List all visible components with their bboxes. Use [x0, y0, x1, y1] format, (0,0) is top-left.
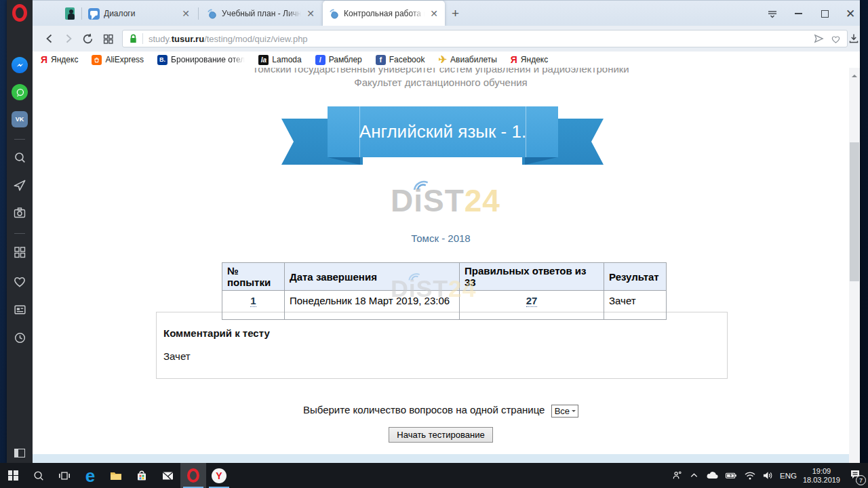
scroll-up-arrow[interactable]	[852, 72, 857, 77]
reload-icon	[81, 33, 94, 45]
send-to-device-button[interactable]	[7, 178, 33, 192]
news-sidebar-button[interactable]	[7, 302, 33, 317]
scrollbar-thumb[interactable]	[850, 142, 859, 281]
onedrive-cloud-icon[interactable]	[705, 470, 719, 481]
search-icon	[13, 150, 27, 165]
url-field[interactable]: study.tusur.ru/testing/mod/quiz/view.php	[122, 30, 848, 47]
task-view-button[interactable]	[52, 463, 77, 488]
bookmarks-sidebar-button[interactable]	[7, 274, 33, 289]
bookmark-booking[interactable]: B.Бронирование отел	[157, 55, 245, 65]
col-finished: Дата завершения	[285, 263, 460, 291]
search-icon	[33, 470, 45, 482]
bookmark-lamoda[interactable]: laLamoda	[258, 55, 301, 65]
opera-sidebar: VK	[7, 0, 33, 463]
page-footer-strip	[33, 454, 849, 463]
opera-logo-icon	[12, 4, 27, 22]
bookmark-yandex-2[interactable]: ЯЯндекс	[511, 55, 548, 65]
windows-taskbar: e Y ENG 19:09 18.03.2019 7	[0, 463, 868, 488]
tab-close-icon[interactable]: ✕	[180, 9, 191, 18]
taskbar-search-button[interactable]	[26, 463, 52, 488]
sidebar-setup-button[interactable]	[7, 449, 33, 458]
send-icon	[12, 178, 27, 192]
downloads-button[interactable]	[846, 31, 861, 46]
booking-icon: B.	[157, 55, 167, 65]
tab-quiz-active[interactable]: Контрольная работа по д ✕	[323, 1, 445, 26]
folder-icon	[109, 470, 123, 482]
language-indicator[interactable]: ENG	[780, 472, 797, 480]
pinned-tab[interactable]	[60, 1, 80, 26]
bookmark-facebook[interactable]: fFacebook	[376, 55, 425, 65]
bookmark-aliexpress[interactable]: AliExpress	[92, 55, 144, 65]
maximize-button[interactable]	[816, 1, 833, 26]
dist-site-icon	[206, 8, 218, 20]
edge-icon: e	[85, 467, 95, 485]
start-test-button[interactable]: Начать тестирование	[389, 427, 492, 443]
bookmark-heart-icon[interactable]	[830, 33, 842, 45]
opera-taskbar-button[interactable]	[180, 463, 206, 488]
course-ribbon: Английский язык - 1.	[281, 106, 604, 165]
speed-dial-sidebar-button[interactable]	[7, 245, 33, 259]
yandex-browser-taskbar-button[interactable]: Y	[206, 463, 232, 488]
bookmark-label: Lamoda	[272, 55, 301, 64]
reload-button[interactable]	[80, 31, 95, 46]
lamoda-icon: la	[258, 55, 269, 65]
taskbar-clock[interactable]: 19:09 18.03.2019	[803, 467, 840, 485]
tab-study-plan[interactable]: Учебный план - Личный ✕	[201, 1, 321, 26]
search-sidebar-button[interactable]	[7, 150, 33, 165]
ms-store-button[interactable]	[129, 463, 155, 488]
tab-dialogs[interactable]: Диалоги ✕	[83, 1, 197, 26]
tab-close-icon[interactable]: ✕	[429, 9, 439, 18]
start-button[interactable]	[0, 463, 26, 488]
minimize-button[interactable]	[789, 1, 807, 26]
forward-icon	[62, 33, 75, 45]
share-flow-icon[interactable]	[813, 33, 825, 45]
battery-icon[interactable]	[725, 470, 738, 481]
bookmark-label: Авиабилеты	[450, 55, 497, 64]
yandex-browser-icon: Y	[212, 468, 226, 483]
bookmark-rambler[interactable]: /Рамблер	[315, 55, 362, 65]
system-tray: ENG 19:09 18.03.2019 7	[671, 463, 868, 488]
volume-icon[interactable]	[762, 470, 774, 481]
whatsapp-sidebar-button[interactable]	[7, 84, 33, 100]
messenger-sidebar-button[interactable]	[7, 57, 33, 73]
speed-dial-button[interactable]	[100, 31, 115, 46]
url-divider	[142, 33, 143, 44]
speed-dial-icon	[13, 245, 26, 259]
mail-taskbar-button[interactable]	[155, 463, 180, 488]
sidebar-divider	[14, 139, 25, 140]
aliexpress-icon	[92, 55, 102, 65]
bookmark-avia[interactable]: ✈Авиабилеты	[438, 55, 496, 65]
vk-sidebar-button[interactable]: VK	[7, 111, 33, 127]
edge-taskbar-button[interactable]: e	[77, 463, 103, 488]
questions-per-page-select[interactable]: Все	[551, 405, 578, 418]
bookmarks-bar: ЯЯндекс AliExpress B.Бронирование отел l…	[33, 52, 860, 68]
attempt-number-link[interactable]: 1	[250, 295, 256, 307]
snapshot-sidebar-button[interactable]	[7, 206, 33, 220]
chevron-up-icon[interactable]	[689, 470, 699, 481]
tab-title: Учебный план - Личный	[222, 9, 301, 18]
bookmark-yandex[interactable]: ЯЯндекс	[41, 55, 78, 65]
tab-menu-button[interactable]	[764, 1, 781, 26]
city-year: Томск - 2018	[33, 232, 849, 244]
opera-icon	[187, 468, 199, 483]
opera-menu-button[interactable]	[7, 4, 33, 22]
scrollbar[interactable]	[849, 68, 860, 463]
action-center-button[interactable]: 7	[849, 468, 861, 483]
new-tab-button[interactable]: +	[452, 6, 459, 21]
file-explorer-button[interactable]	[103, 463, 129, 488]
per-page-label: Выберите количество вопросов на одной ст…	[303, 404, 545, 415]
close-window-button[interactable]: ✕	[842, 1, 859, 26]
correct-count-link[interactable]: 27	[526, 295, 538, 307]
tab-close-icon[interactable]: ✕	[305, 9, 316, 18]
ribbon-band: Английский язык - 1.	[328, 106, 558, 157]
history-sidebar-button[interactable]	[7, 331, 33, 345]
clock-date: 18.03.2019	[803, 476, 840, 485]
back-button[interactable]	[42, 31, 57, 46]
forward-button[interactable]	[61, 31, 76, 46]
maximize-icon	[821, 10, 829, 18]
col-result: Результат	[604, 263, 667, 291]
col-correct: Правильных ответов из 33	[460, 263, 604, 291]
faculty-name: Факультет дистанционного обучения	[33, 77, 849, 88]
wifi-icon[interactable]	[744, 470, 756, 481]
people-icon[interactable]	[671, 470, 683, 481]
